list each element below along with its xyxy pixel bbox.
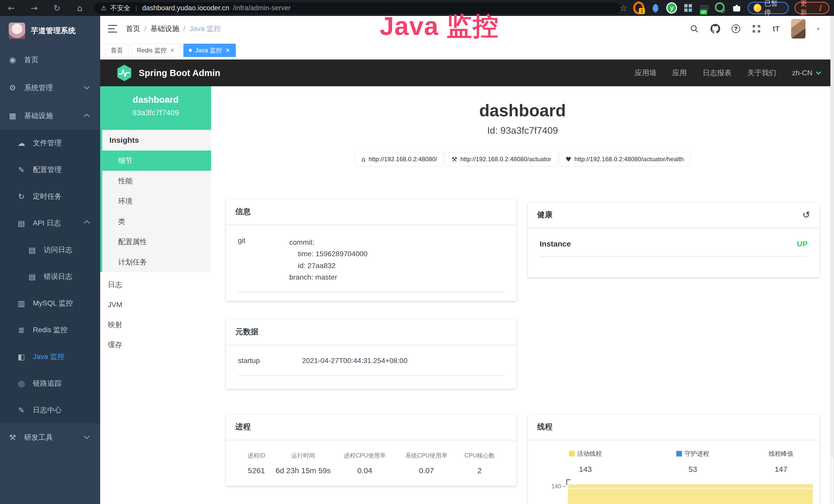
browser-actions: ☆ 1 y on 已暂停 更新⋮ — [620, 2, 834, 14]
commit-branch: branch: master — [289, 271, 368, 283]
threads-card: 线程 活动线程 143 守护进程 53 线程峰值 147 — [528, 414, 819, 504]
sidebar-item-mysql-monitor[interactable]: ▥ MySQL 监控 — [0, 290, 100, 317]
browser-back-icon[interactable]: ← — [0, 3, 23, 13]
page-scrollbar[interactable] — [830, 16, 834, 504]
sidebar-item-label: API 日志 — [33, 218, 61, 228]
git-label: git — [238, 236, 289, 283]
actuator-url-button[interactable]: ⚒ http://192.168.0.2:48080/actuator — [445, 152, 557, 166]
avatar-caret-icon[interactable]: ▾ — [817, 26, 820, 32]
breadcrumb-home[interactable]: 首页 — [126, 24, 140, 33]
close-icon[interactable]: × — [225, 47, 231, 54]
puzzle-extension-icon[interactable] — [731, 2, 742, 14]
sidebar-item-devtools[interactable]: ⚒ 研发工具 — [0, 423, 100, 451]
url-host[interactable]: dashboard.yudao.iocoder.cn — [142, 4, 229, 12]
browser-forward-icon[interactable]: → — [23, 3, 46, 13]
sba-menu-metrics[interactable]: 性能 — [102, 171, 211, 191]
sba-instance-header[interactable]: dashboard 93a3fc7f7409 — [100, 86, 211, 130]
search-icon[interactable] — [689, 24, 699, 33]
sba-menu-scheduled-tasks[interactable]: 计划任务 — [102, 252, 211, 272]
extension-badge: 1 — [639, 8, 645, 14]
on-badge: on — [700, 9, 707, 15]
close-icon[interactable]: × — [170, 47, 175, 54]
sba-nav-journal[interactable]: 日志报表 — [703, 68, 731, 78]
sba-menu-jvm[interactable]: JVM — [100, 295, 211, 315]
sba-menu-classes[interactable]: 类 — [102, 211, 211, 232]
sba-locale-select[interactable]: zh-CN — [792, 69, 820, 77]
tab-redis-monitor[interactable]: Redis 监控 × — [132, 44, 180, 57]
sidebar-item-access-log[interactable]: ▤ 访问日志 — [0, 236, 100, 263]
sidebar-item-infrastructure[interactable]: ▦ 基础设施 — [0, 102, 100, 130]
sidebar-toggle-icon[interactable] — [108, 25, 117, 32]
extension-icon[interactable]: 1 — [633, 2, 644, 14]
health-url-button[interactable]: ♥ http://192.168.0.2:48080/actuator/heal… — [559, 152, 690, 166]
address-separator: | — [135, 4, 137, 12]
scrollbar-thumb[interactable] — [831, 457, 833, 504]
paused-profile-chip[interactable]: 已暂停 — [748, 2, 789, 14]
search-extension-icon[interactable] — [715, 2, 726, 14]
menu-kebab-icon[interactable]: ⋮ — [816, 4, 824, 12]
stat-uptime: 运行时间 6d 23h 15m 59s — [273, 452, 333, 475]
user-avatar[interactable] — [791, 19, 806, 39]
sba-menu-caches[interactable]: 缓存 — [100, 335, 211, 355]
sidebar-item-api-log[interactable]: ▤ API 日志 — [0, 210, 100, 236]
legend-live-threads: 活动线程 143 — [528, 450, 643, 474]
sidebar-item-label: 基础设施 — [24, 111, 53, 121]
sba-sidebar: dashboard 93a3fc7f7409 Insights 细节 性能 环境… — [100, 86, 211, 504]
stat-cpu-cores: CPU核心数 2 — [456, 452, 503, 475]
font-size-icon[interactable]: tT — [773, 24, 780, 33]
instance-health-row: Instance UP — [540, 239, 808, 248]
sidebar-item-home[interactable]: ◉ 首页 — [0, 46, 100, 74]
sidebar-item-label: 错误日志 — [44, 272, 72, 281]
sba-nav-about[interactable]: 关于我们 — [747, 68, 776, 78]
annotation-java-monitor: Java 监控 — [380, 9, 499, 44]
bookmark-star-icon[interactable]: ☆ — [620, 3, 628, 13]
app-sidebar: 芋道管理系统 ◉ 首页 ⚙ 系统管理 ▦ 基础设施 ☁ 文件管理 ✎ 配置管理 — [0, 16, 100, 504]
sidebar-item-config-manage[interactable]: ✎ 配置管理 — [0, 156, 100, 183]
page-title: dashboard — [211, 101, 834, 120]
app-logo-row[interactable]: 芋道管理系统 — [0, 16, 100, 46]
address-bar[interactable]: ⚠ 不安全 | dashboard.yudao.iocoder.cn/infra… — [94, 2, 620, 14]
eye-icon: ◎ — [17, 379, 26, 388]
update-button[interactable]: 更新⋮ — [794, 2, 829, 14]
sidebar-item-system[interactable]: ⚙ 系统管理 — [0, 74, 100, 102]
breadcrumb-infrastructure[interactable]: 基础设施 — [151, 24, 179, 33]
sba-menu-logs[interactable]: 日志 — [100, 275, 211, 295]
sba-nav-wallboard[interactable]: 应用墙 — [635, 68, 657, 78]
sidebar-item-tracing[interactable]: ◎ 链路追踪 — [0, 370, 100, 397]
page-subtitle: Id: 93a3fc7f7409 — [211, 125, 834, 136]
github-icon[interactable] — [710, 24, 720, 33]
y-extension-icon[interactable]: y — [666, 2, 677, 14]
sidebar-item-redis-monitor[interactable]: ≣ Redis 监控 — [0, 317, 100, 343]
not-secure-label[interactable]: 不安全 — [110, 4, 130, 13]
url-path[interactable]: /infra/admin-server — [233, 4, 291, 12]
browser-home-icon[interactable]: ⌂ — [68, 3, 91, 13]
sba-menu-mappings[interactable]: 映射 — [100, 315, 211, 335]
sidebar-item-java-monitor[interactable]: ◧ Java 监控 — [0, 343, 100, 370]
pin-extension-icon[interactable] — [650, 2, 661, 14]
log-icon: ▤ — [28, 246, 37, 254]
dashboard-icon: ◉ — [8, 55, 17, 64]
sba-nav-applications[interactable]: 应用 — [673, 68, 687, 78]
fullscreen-icon[interactable] — [751, 24, 761, 33]
tab-java-monitor[interactable]: Java 监控 × — [183, 44, 236, 57]
sidebar-item-file-manage[interactable]: ☁ 文件管理 — [0, 130, 100, 156]
breadcrumb: 首页 / 基础设施 / Java 监控 — [126, 24, 221, 33]
commit-id: id: 27aa832 — [289, 260, 368, 271]
tab-home[interactable]: 首页 — [105, 44, 128, 57]
grid-extension-icon[interactable] — [683, 2, 693, 14]
sba-menu-environment[interactable]: 环境 — [102, 191, 211, 211]
chevron-down-icon — [84, 433, 90, 439]
browser-reload-icon[interactable]: ↻ — [45, 3, 68, 13]
list-extension-icon[interactable]: on — [699, 2, 709, 14]
sba-menu-details[interactable]: 细节 — [102, 151, 211, 171]
sidebar-item-error-log[interactable]: ▤ 错误日志 — [0, 263, 100, 290]
sba-menu-config-props[interactable]: 配置属性 — [102, 232, 211, 252]
sidebar-item-scheduled-jobs[interactable]: ↻ 定时任务 — [0, 183, 100, 210]
sidebar-item-log-center[interactable]: ✎ 日志中心 — [0, 397, 100, 423]
help-icon[interactable]: ? — [731, 24, 740, 33]
sidebar-item-label: MySQL 监控 — [33, 298, 73, 308]
sidebar-item-label: 访问日志 — [44, 245, 72, 255]
service-url-button[interactable]: ⌂ http://192.168.0.2:48080/ — [355, 152, 444, 166]
sba-brand[interactable]: Spring Boot Admin — [117, 64, 220, 82]
history-icon[interactable]: ↺ — [803, 209, 810, 220]
